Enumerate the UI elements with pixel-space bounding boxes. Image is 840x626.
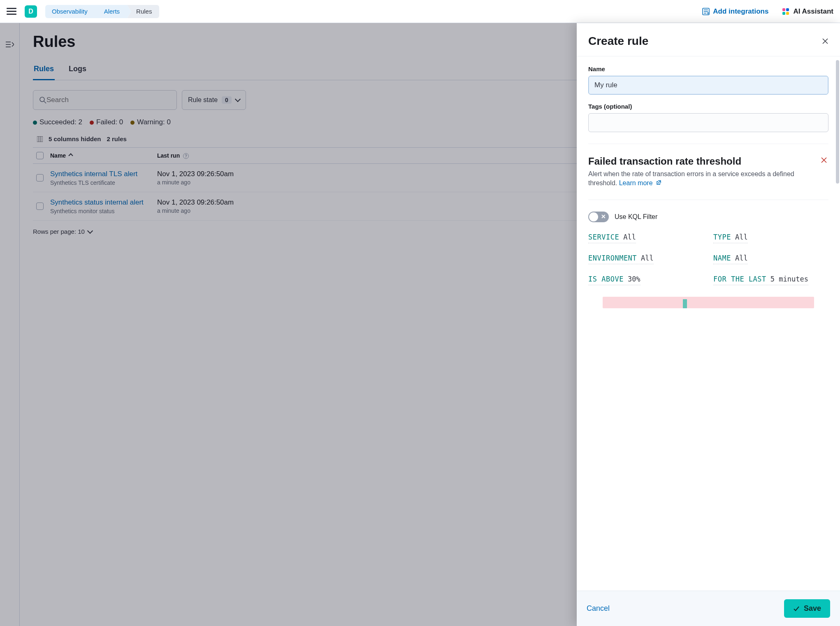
breadcrumb: Observability Alerts Rules xyxy=(45,5,159,18)
svg-rect-4 xyxy=(782,12,785,15)
save-button[interactable]: Save xyxy=(784,599,830,618)
external-link-icon xyxy=(656,179,661,188)
crumb-rules: Rules xyxy=(127,5,159,18)
close-flyout-button[interactable] xyxy=(822,38,828,44)
integrations-icon xyxy=(702,8,710,15)
param-environment[interactable]: ENVIRONMENTAll xyxy=(588,254,654,264)
cancel-button[interactable]: Cancel xyxy=(587,604,610,613)
ai-assistant-link[interactable]: AI Assistant xyxy=(782,7,833,16)
remove-rule-type-button[interactable] xyxy=(819,156,828,165)
page-body: Rules Rules Logs Rule state 0 Succeeded:… xyxy=(0,23,840,626)
svg-rect-3 xyxy=(786,8,789,11)
check-icon xyxy=(793,605,800,612)
ai-assistant-icon xyxy=(782,7,790,16)
workspace-badge[interactable]: D xyxy=(25,5,37,18)
param-is-above[interactable]: IS ABOVE30% xyxy=(588,275,640,285)
tags-label: Tags (optional) xyxy=(588,103,828,110)
param-type[interactable]: TYPEAll xyxy=(713,233,748,243)
nav-menu-button[interactable] xyxy=(7,7,16,16)
tags-input[interactable] xyxy=(588,113,828,132)
rule-type-title: Failed transaction rate threshold xyxy=(588,156,819,167)
learn-more-link[interactable]: Learn more xyxy=(619,179,661,186)
close-icon xyxy=(822,38,828,44)
kql-filter-toggle[interactable]: ✕ xyxy=(588,212,609,222)
svg-rect-2 xyxy=(782,8,785,11)
rule-name-input[interactable] xyxy=(588,76,828,95)
crumb-observability[interactable]: Observability xyxy=(45,5,95,18)
app-header: D Observability Alerts Rules Add integra… xyxy=(0,0,840,23)
rule-type-description: Alert when the rate of transaction error… xyxy=(588,170,819,188)
crumb-alerts[interactable]: Alerts xyxy=(95,5,127,18)
threshold-chart-preview xyxy=(603,297,814,308)
flyout-footer: Cancel Save xyxy=(577,591,840,626)
param-service[interactable]: SERVICEAll xyxy=(588,233,636,243)
threshold-params: SERVICEAll TYPEAll ENVIRONMENTAll NAMEAl… xyxy=(588,233,828,285)
flyout-body: Name Tags (optional) Failed transaction … xyxy=(577,56,840,591)
add-integrations-link[interactable]: Add integrations xyxy=(702,7,768,16)
name-label: Name xyxy=(588,65,828,72)
x-icon xyxy=(821,157,827,163)
svg-rect-5 xyxy=(786,12,789,15)
add-integrations-label: Add integrations xyxy=(713,7,768,16)
kql-filter-label: Use KQL Filter xyxy=(615,213,657,221)
flyout-header: Create rule xyxy=(577,23,840,56)
create-rule-flyout: Create rule Name Tags (optional) Failed … xyxy=(577,23,840,626)
param-for-last[interactable]: FOR THE LAST5 minutes xyxy=(713,275,808,285)
ai-assistant-label: AI Assistant xyxy=(793,7,833,16)
param-name[interactable]: NAMEAll xyxy=(713,254,748,264)
flyout-title: Create rule xyxy=(588,35,648,48)
